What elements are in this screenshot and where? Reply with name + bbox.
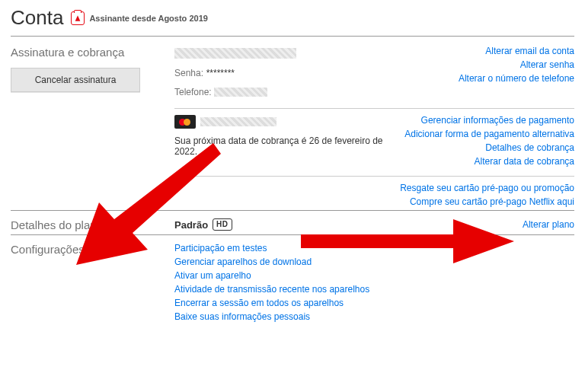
- change-plan-link[interactable]: Alterar plano: [523, 219, 574, 230]
- header-divider: [11, 36, 574, 37]
- test-participation-link[interactable]: Participação em testes: [174, 243, 574, 253]
- phone-label: Telefone:: [174, 87, 212, 97]
- manage-download-devices-link[interactable]: Gerenciar aparelhos de download: [174, 257, 574, 267]
- redacted-card-number: [200, 117, 277, 126]
- plan-section: Detalhes do plano Padrão HD Alterar plan…: [11, 210, 574, 234]
- change-phone-link[interactable]: Alterar o número de telefone: [459, 73, 574, 84]
- subscription-section: Assinatura e cobrança Cancelar assinatur…: [11, 38, 574, 210]
- member-since-badge: Assinante desde Agosto 2019: [71, 11, 207, 25]
- billing-details-link[interactable]: Detalhes de cobrança: [485, 142, 574, 153]
- payment-card-row: [174, 115, 389, 129]
- settings-section-label: Configurações: [11, 243, 174, 322]
- subscription-title-text: Assinatura e cobrança: [11, 46, 174, 59]
- manage-payment-link[interactable]: Gerenciar informações de pagamento: [421, 115, 574, 126]
- member-since-icon: [71, 11, 85, 25]
- redacted-email: [174, 48, 296, 59]
- sign-out-all-link[interactable]: Encerrar a sessão em todos os aparelhos: [174, 298, 574, 308]
- recent-activity-link[interactable]: Atividade de transmissão recente nos apa…: [174, 284, 574, 295]
- plan-section-label: Detalhes do plano: [11, 218, 174, 231]
- activate-device-link[interactable]: Ativar um aparelho: [174, 270, 574, 281]
- buy-card-link[interactable]: Compre seu cartão pré-pago Netflix aqui: [410, 196, 574, 207]
- plan-name-text: Padrão: [174, 219, 208, 231]
- change-email-link[interactable]: Alterar email da conta: [485, 46, 574, 56]
- add-payment-link[interactable]: Adicionar forma de pagamento alternativa: [404, 129, 574, 139]
- page-title: Conta: [11, 6, 63, 30]
- redacted-phone: [214, 88, 267, 97]
- svg-marker-0: [75, 15, 81, 21]
- next-billing-text: Sua próxima data de cobrança é 26 de fev…: [174, 135, 389, 157]
- subscription-section-label: Assinatura e cobrança Cancelar assinatur…: [11, 46, 174, 207]
- settings-section: Configurações Participação em testes Ger…: [11, 234, 574, 325]
- download-info-link[interactable]: Baixe suas informações pessoais: [174, 311, 574, 322]
- plan-name-row: Padrão HD: [174, 218, 232, 231]
- hd-badge: HD: [213, 218, 232, 231]
- change-password-link[interactable]: Alterar senha: [520, 59, 574, 70]
- cancel-subscription-button[interactable]: Cancelar assinatura: [11, 68, 140, 92]
- mastercard-icon: [174, 115, 196, 129]
- redeem-card-link[interactable]: Resgate seu cartão pré-pago ou promoção: [400, 183, 574, 193]
- password-label: Senha:: [174, 68, 203, 78]
- member-since-text: Assinante desde Agosto 2019: [89, 14, 207, 23]
- page-header: Conta Assinante desde Agosto 2019: [11, 6, 574, 30]
- change-billing-date-link[interactable]: Alterar data de cobrança: [475, 156, 574, 167]
- password-value: ********: [206, 68, 235, 78]
